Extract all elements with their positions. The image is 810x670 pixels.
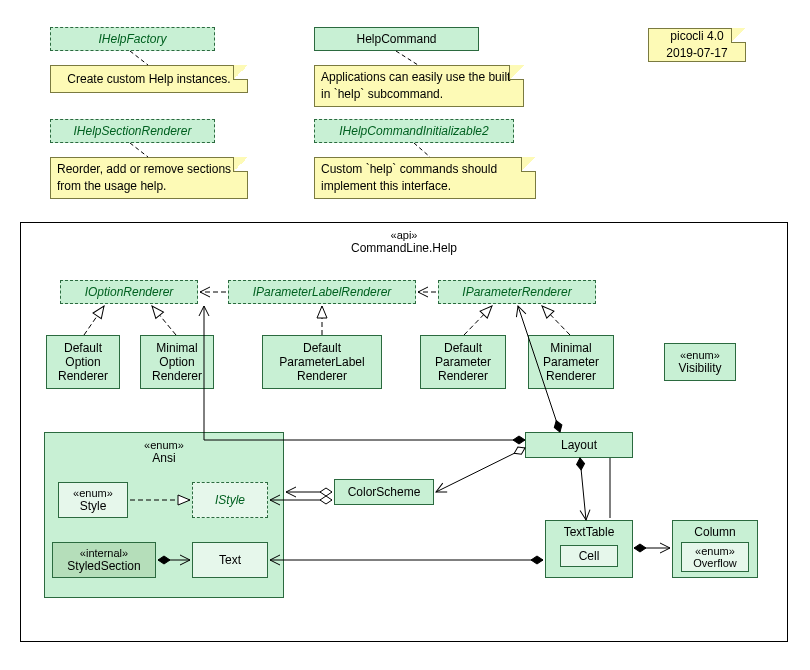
- interface-ihelpsection: IHelpSectionRenderer: [50, 119, 215, 143]
- ansi-name: Ansi: [152, 451, 175, 465]
- label-colorscheme: ColorScheme: [348, 485, 421, 499]
- pkg-title: CommandLine.Help: [21, 241, 787, 255]
- interface-iparamlabelrenderer: IParameterLabelRenderer: [228, 280, 416, 304]
- class-texttable: TextTable Cell: [545, 520, 633, 578]
- note-ihelpcmdinit2-text: Custom `help` commands should implement …: [321, 161, 529, 195]
- note-helpcommand: Applications can easily use the built-in…: [314, 65, 524, 107]
- label-ihelpsection: IHelpSectionRenderer: [73, 124, 191, 138]
- note-version-l1: picocli 4.0: [670, 28, 723, 45]
- ansi-stereotype: «enum»: [144, 439, 184, 451]
- note-ihelpfactory: Create custom Help instances.: [50, 65, 248, 93]
- class-colorscheme: ColorScheme: [334, 479, 434, 505]
- label-istyle: IStyle: [215, 493, 245, 507]
- label-ihelpcmdinit2: IHelpCommandInitializable2: [339, 124, 488, 138]
- class-minimalparam: Minimal Parameter Renderer: [528, 335, 614, 389]
- diagram-canvas: picocli 4.0 2019-07-17 IHelpFactory Crea…: [0, 0, 810, 670]
- package-label: «api» CommandLine.Help: [21, 229, 787, 255]
- label-iparamlabelrenderer: IParameterLabelRenderer: [253, 285, 392, 299]
- svg-line-0: [130, 51, 148, 65]
- class-defaultoption: Default Option Renderer: [46, 335, 120, 389]
- label-helpcommand: HelpCommand: [356, 32, 436, 46]
- class-minimaloption: Minimal Option Renderer: [140, 335, 214, 389]
- class-cell: Cell: [560, 545, 618, 567]
- label-iparamrenderer: IParameterRenderer: [462, 285, 571, 299]
- class-text: Text: [192, 542, 268, 578]
- note-version-l2: 2019-07-17: [666, 45, 727, 62]
- svg-line-1: [396, 51, 418, 65]
- interface-iparamrenderer: IParameterRenderer: [438, 280, 596, 304]
- class-defaultparam: Default Parameter Renderer: [420, 335, 506, 389]
- svg-line-2: [130, 143, 148, 157]
- interface-istyle: IStyle: [192, 482, 268, 518]
- class-defaultparamlabel: Default ParameterLabel Renderer: [262, 335, 382, 389]
- class-visibility: «enum» Visibility: [664, 343, 736, 381]
- class-layout: Layout: [525, 432, 633, 458]
- note-helpcommand-text: Applications can easily use the built-in…: [321, 69, 517, 103]
- interface-ioptionrenderer: IOptionRenderer: [60, 280, 198, 304]
- class-column: Column «enum» Overflow: [672, 520, 758, 578]
- note-ihelpsection-text: Reorder, add or remove sections from the…: [57, 161, 241, 195]
- note-ihelpcmdinit2: Custom `help` commands should implement …: [314, 157, 536, 199]
- label-column: Column: [694, 525, 735, 539]
- note-ihelpfactory-text: Create custom Help instances.: [67, 71, 230, 88]
- label-cell: Cell: [579, 549, 600, 563]
- svg-line-3: [414, 143, 430, 157]
- label-layout: Layout: [561, 438, 597, 452]
- interface-ihelpfactory: IHelpFactory: [50, 27, 215, 51]
- class-overflow: «enum» Overflow: [681, 542, 749, 572]
- note-ihelpsection: Reorder, add or remove sections from the…: [50, 157, 248, 199]
- note-version: picocli 4.0 2019-07-17: [648, 28, 746, 62]
- label-ihelpfactory: IHelpFactory: [98, 32, 166, 46]
- class-helpcommand: HelpCommand: [314, 27, 479, 51]
- label-text: Text: [219, 553, 241, 567]
- label-ioptionrenderer: IOptionRenderer: [85, 285, 174, 299]
- interface-ihelpcmdinit2: IHelpCommandInitializable2: [314, 119, 514, 143]
- label-texttable: TextTable: [564, 525, 615, 539]
- class-styledsection: «internal» StyledSection: [52, 542, 156, 578]
- pkg-stereotype: «api»: [21, 229, 787, 241]
- enum-style: «enum» Style: [58, 482, 128, 518]
